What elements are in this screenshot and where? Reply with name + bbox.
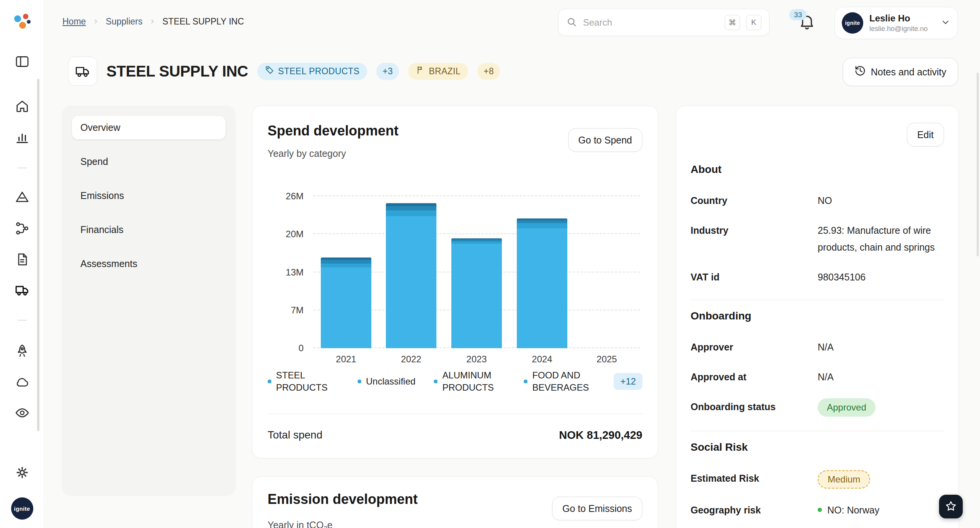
bar-2022[interactable] <box>386 203 436 348</box>
sidebar-divider <box>18 320 27 321</box>
cloud-icon[interactable] <box>13 373 31 390</box>
status-badge: Medium <box>818 470 870 489</box>
y-axis-tick: 20M <box>258 228 304 240</box>
bar-2024[interactable] <box>517 218 567 348</box>
legend-item[interactable]: STEEL PRODUCTS <box>268 369 339 394</box>
user-menu[interactable]: ignite Leslie Ho leslie.ho@ignite.no <box>835 7 958 39</box>
spend-legend: STEEL PRODUCTSUnclassifiedALUMINUM PRODU… <box>268 369 642 394</box>
spend-chart-xlabels: 20212022202320242025 <box>314 354 640 368</box>
details-sections: AboutCountryNOIndustry25.93: Manufacture… <box>676 106 959 528</box>
detail-label: Approved at <box>691 368 818 385</box>
nav-item-assessments[interactable]: Assessments <box>72 252 225 275</box>
section-divider <box>691 300 944 300</box>
detail-row: Approved atN/A <box>691 362 944 392</box>
user-avatar: ignite <box>842 12 863 34</box>
chart-gridline <box>314 196 640 196</box>
chart-gridline <box>314 233 640 234</box>
detail-value: 980345106 <box>818 269 944 285</box>
legend-label: FOOD AND BEVERAGES <box>532 369 595 394</box>
bar-segment <box>386 206 436 210</box>
spend-chart-plot <box>314 188 640 348</box>
emission-card-subtitle: Yearly in tCO2e <box>268 520 333 528</box>
go-to-emissions-button[interactable]: Go to Emissions <box>552 497 642 520</box>
bar-segment <box>517 220 567 223</box>
edit-button[interactable]: Edit <box>907 123 944 147</box>
settings-gear-icon[interactable] <box>13 464 31 481</box>
invoice-icon[interactable] <box>13 251 31 268</box>
x-axis-tick: 2023 <box>451 354 502 365</box>
bar-segment <box>517 223 567 228</box>
supplier-truck-icon <box>68 57 97 86</box>
breadcrumb-current: STEEL SUPPLY INC <box>162 16 244 27</box>
spend-divider <box>268 414 642 414</box>
shortcut-cmd-key: ⌘ <box>725 15 740 30</box>
detail-label: Industry <box>691 222 818 239</box>
country-badge[interactable]: BRAZIL <box>408 63 468 80</box>
spend-chart-ylabels: 07M13M20M26M <box>252 188 309 348</box>
ignite-logo[interactable] <box>11 11 33 34</box>
bar-segment <box>386 216 436 348</box>
detail-value: 25.93: Manufacture of wire products, cha… <box>818 222 944 256</box>
y-axis-tick: 0 <box>258 342 304 354</box>
legend-dot <box>524 380 528 383</box>
detail-label: Approver <box>691 339 818 355</box>
notes-and-activity-button[interactable]: Notes and activity <box>843 58 958 86</box>
search-bar: ⌘ K <box>558 9 769 36</box>
breadcrumb-suppliers[interactable]: Suppliers <box>106 16 142 27</box>
detail-label: VAT id <box>691 269 818 285</box>
bar-segment <box>321 260 371 263</box>
nav-item-spend[interactable]: Spend <box>72 150 225 173</box>
notification-badge: 33 <box>789 9 807 20</box>
legend-item[interactable]: ALUMINUM PRODUCTS <box>434 369 505 394</box>
total-spend-value: NOK 81,290,429 <box>559 429 642 442</box>
legend-dot <box>434 380 438 383</box>
home-icon[interactable] <box>13 98 31 115</box>
breadcrumb: Home Suppliers STEEL SUPPLY INC <box>62 16 244 27</box>
legend-more-badge[interactable]: +12 <box>614 373 642 390</box>
eye-icon[interactable] <box>13 404 31 421</box>
bar-chart-icon[interactable] <box>13 129 31 146</box>
panel-toggle-icon[interactable] <box>13 53 31 70</box>
legend-item[interactable]: Unclassified <box>358 375 415 388</box>
truck-icon[interactable] <box>13 282 31 298</box>
legend-label: Unclassified <box>366 375 415 388</box>
rocket-icon[interactable] <box>13 342 31 359</box>
legend-item[interactable]: FOOD AND BEVERAGES <box>524 369 595 394</box>
detail-value: NO <box>818 192 944 209</box>
y-axis-tick: 26M <box>258 191 304 202</box>
window-scrollbar-thumb[interactable] <box>977 73 979 256</box>
y-axis-tick: 13M <box>258 267 304 278</box>
nav-item-overview[interactable]: Overview <box>72 116 225 139</box>
country-more-badge[interactable]: +8 <box>477 63 500 80</box>
detail-label: Estimated Risk <box>691 470 818 487</box>
nav-item-emissions[interactable]: Emissions <box>72 184 225 207</box>
detail-row: Onboarding statusApproved <box>691 392 944 423</box>
sidebar-scrollbar-thumb[interactable] <box>37 79 39 431</box>
search-input[interactable] <box>583 17 719 28</box>
section-divider <box>691 431 944 431</box>
tag-icon <box>265 65 274 77</box>
user-email: leslie.ho@ignite.no <box>869 25 928 33</box>
workflow-icon[interactable] <box>13 220 31 237</box>
category-more-badge[interactable]: +3 <box>376 63 399 80</box>
x-axis-tick: 2022 <box>386 354 436 365</box>
go-to-spend-button[interactable]: Go to Spend <box>568 128 642 152</box>
category-badge[interactable]: STEEL PRODUCTS <box>257 63 367 80</box>
favorite-fab-button[interactable] <box>939 495 963 518</box>
x-axis-tick: 2024 <box>517 354 567 365</box>
detail-value: Approved <box>818 398 944 417</box>
chevron-down-icon <box>941 17 951 29</box>
detail-row: Geography riskNO: Norway <box>691 495 944 525</box>
pyramid-icon[interactable] <box>13 189 31 205</box>
bar-2021[interactable] <box>321 257 371 348</box>
x-axis-tick: 2025 <box>581 354 632 365</box>
emission-card: Emission development Yearly in tCO2e Go … <box>252 476 658 528</box>
nav-item-financials[interactable]: Financials <box>72 218 225 241</box>
breadcrumb-home[interactable]: Home <box>62 16 86 27</box>
detail-value: NO: Norway <box>818 502 944 518</box>
bar-segment <box>321 264 371 268</box>
legend-dot <box>358 380 361 383</box>
supplier-nav: OverviewSpendEmissionsFinancialsAssessme… <box>62 106 236 496</box>
workspace-avatar[interactable]: ignite <box>11 497 33 520</box>
bar-2023[interactable] <box>451 238 502 348</box>
